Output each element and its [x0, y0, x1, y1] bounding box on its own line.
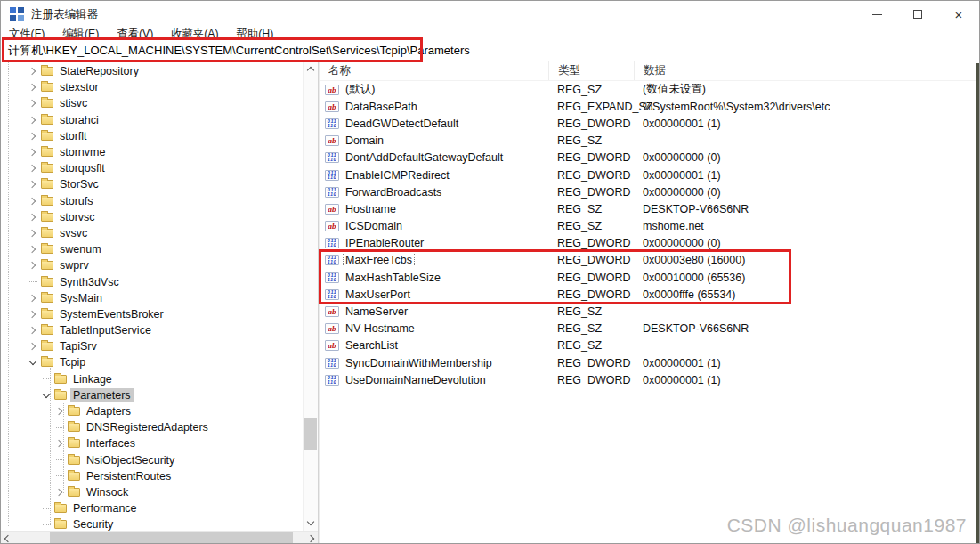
tree-item-SysMain[interactable]: SysMain: [1, 290, 303, 306]
chevron-right-icon[interactable]: [26, 85, 40, 90]
tree-item-storflt[interactable]: storflt: [1, 128, 303, 144]
scroll-up-icon[interactable]: [307, 67, 314, 74]
tree-item-storufs[interactable]: storufs: [1, 193, 303, 209]
minimize-button[interactable]: [856, 1, 897, 28]
chevron-right-icon[interactable]: [53, 409, 67, 414]
tree-item-swprv[interactable]: swprv: [1, 257, 303, 273]
chevron-right-icon[interactable]: [26, 231, 40, 236]
chevron-right-icon[interactable]: [26, 344, 40, 349]
chevron-right-icon[interactable]: [26, 150, 40, 155]
value-row-SyncDomainWithMembership[interactable]: 011110SyncDomainWithMembershipREG_DWORD0…: [320, 354, 979, 371]
tree-item-DNSRegisteredAdapters[interactable]: DNSRegisteredAdapters: [1, 419, 303, 435]
tree-item-Linkage[interactable]: Linkage: [1, 371, 303, 387]
chevron-right-icon[interactable]: [53, 441, 67, 446]
tree-item-label: stornvme: [57, 145, 108, 159]
tree-item-Parameters[interactable]: Parameters: [1, 387, 303, 403]
chevron-right-icon[interactable]: [26, 247, 40, 252]
tree-item-TabletInputService[interactable]: TabletInputService: [1, 322, 303, 338]
scroll-down-icon[interactable]: [307, 518, 314, 525]
chevron-right-icon[interactable]: [26, 312, 40, 317]
tree-item-SystemEventsBroker[interactable]: SystemEventsBroker: [1, 306, 303, 322]
tree-item-Winsock[interactable]: Winsock: [1, 484, 303, 500]
value-row-ForwardBroadcasts[interactable]: 011110ForwardBroadcastsREG_DWORD0x000000…: [320, 183, 979, 200]
chevron-right-icon[interactable]: [26, 69, 40, 74]
tree-item-label: StateRepository: [57, 64, 142, 78]
value-row-SearchList[interactable]: abSearchListREG_SZ: [320, 337, 979, 354]
chevron-right-icon[interactable]: [26, 134, 40, 139]
scroll-right-icon[interactable]: [307, 535, 314, 542]
value-row-DeadGWDetectDefault[interactable]: 011110DeadGWDetectDefaultREG_DWORD0x0000…: [320, 115, 979, 132]
tree-item-Synth3dVsc[interactable]: Synth3dVsc: [1, 273, 303, 289]
value-row-MaxHashTableSize[interactable]: 011110MaxHashTableSizeREG_DWORD0x0001000…: [320, 269, 979, 286]
value-row-DontAddDefaultGatewayDefault[interactable]: 011110DontAddDefaultGatewayDefaultREG_DW…: [320, 150, 979, 166]
column-header-name[interactable]: 名称: [320, 61, 548, 80]
tree-horizontal-scrollbar[interactable]: [1, 531, 318, 544]
chevron-right-icon[interactable]: [53, 490, 67, 495]
close-button[interactable]: ×: [938, 1, 979, 28]
value-type: REG_SZ: [548, 84, 634, 96]
chevron-down-icon[interactable]: [26, 361, 40, 364]
menu-item-3[interactable]: 收藏夹(A): [171, 27, 218, 42]
tree-item-storahci[interactable]: storahci: [1, 112, 303, 128]
value-row-NameServer[interactable]: abNameServerREG_SZ: [320, 303, 979, 320]
tree-item-stisvc[interactable]: stisvc: [1, 95, 303, 111]
value-type: REG_DWORD: [548, 169, 634, 182]
address-bar[interactable]: 计算机\HKEY_LOCAL_MACHINE\SYSTEM\CurrentCon…: [1, 41, 979, 61]
tree-item-Adapters[interactable]: Adapters: [1, 403, 303, 419]
folder-icon: [41, 294, 53, 303]
folder-icon: [41, 83, 53, 92]
value-row-UseDomainNameDevolution[interactable]: 011110UseDomainNameDevolutionREG_DWORD0x…: [320, 371, 979, 388]
chevron-right-icon[interactable]: [26, 215, 40, 220]
value-name-cell: abNV Hostname: [320, 322, 548, 335]
column-header-data[interactable]: 数据: [634, 61, 979, 80]
tree-item-Tcpip[interactable]: Tcpip: [1, 354, 303, 370]
value-row-NV Hostname[interactable]: abNV HostnameREG_SZDESKTOP-V66S6NR: [320, 321, 979, 337]
tree-item-stornvme[interactable]: stornvme: [1, 144, 303, 160]
chevron-right-icon[interactable]: [26, 263, 40, 268]
value-row-MaxFreeTcbs[interactable]: 011110MaxFreeTcbsREG_DWORD0x00003e80 (16…: [320, 252, 979, 269]
tree-item-Interfaces[interactable]: Interfaces: [1, 435, 303, 451]
chevron-right-icon[interactable]: [26, 166, 40, 171]
scrollbar-thumb[interactable]: [304, 418, 317, 450]
value-row-IPEnableRouter[interactable]: 011110IPEnableRouterREG_DWORD0x00000000 …: [320, 235, 979, 252]
tree-item-svsvc[interactable]: svsvc: [1, 225, 303, 241]
value-row-(默认)[interactable]: ab(默认)REG_SZ(数值未设置): [320, 81, 979, 98]
value-row-MaxUserPort[interactable]: 011110MaxUserPortREG_DWORD0x0000fffe (65…: [320, 286, 979, 303]
menu-item-1[interactable]: 编辑(E): [62, 27, 99, 42]
tree-item-label: TapiSrv: [57, 339, 100, 353]
reg-dword-icon: 011110: [325, 255, 339, 265]
chevron-right-icon[interactable]: [26, 101, 40, 106]
tree-vertical-scrollbar[interactable]: [303, 61, 318, 531]
menu-item-0[interactable]: 文件(F): [9, 27, 45, 42]
chevron-right-icon[interactable]: [26, 182, 40, 187]
menu-item-4[interactable]: 帮助(H): [237, 27, 274, 42]
tree-item-Performance[interactable]: Performance: [1, 500, 303, 516]
tree-item-storqosflt[interactable]: storqosflt: [1, 160, 303, 176]
chevron-down-icon[interactable]: [39, 394, 53, 397]
maximize-button[interactable]: [897, 1, 938, 28]
tree-item-storvsc[interactable]: storvsc: [1, 209, 303, 225]
value-row-Hostname[interactable]: abHostnameREG_SZDESKTOP-V66S6NR: [320, 200, 979, 217]
value-row-EnableICMPRedirect[interactable]: 011110EnableICMPRedirectREG_DWORD0x00000…: [320, 166, 979, 183]
chevron-right-icon[interactable]: [26, 118, 40, 123]
tree-item-stexstor[interactable]: stexstor: [1, 79, 303, 95]
value-name: IPEnableRouter: [344, 237, 425, 249]
value-row-ICSDomain[interactable]: abICSDomainREG_SZmshome.net: [320, 218, 979, 235]
tree-item-StorSvc[interactable]: StorSvc: [1, 176, 303, 192]
value-row-Domain[interactable]: abDomainREG_SZ: [320, 133, 979, 150]
scrollbar-thumb[interactable]: [50, 532, 293, 544]
tree-item-NsiObjectSecurity[interactable]: NsiObjectSecurity: [1, 452, 303, 468]
scroll-left-icon[interactable]: [4, 535, 12, 542]
tree-leaf-stub: [53, 427, 67, 428]
chevron-right-icon[interactable]: [26, 296, 40, 301]
tree-item-StateRepository[interactable]: StateRepository: [1, 63, 303, 79]
menu-item-2[interactable]: 查看(V): [117, 27, 153, 42]
tree-item-Security[interactable]: Security: [1, 516, 303, 531]
value-row-DataBasePath[interactable]: abDataBasePathREG_EXPAND_SZ%SystemRoot%\…: [320, 98, 979, 115]
tree-item-swenum[interactable]: swenum: [1, 241, 303, 257]
chevron-right-icon[interactable]: [26, 199, 40, 204]
tree-item-TapiSrv[interactable]: TapiSrv: [1, 338, 303, 354]
tree-item-PersistentRoutes[interactable]: PersistentRoutes: [1, 468, 303, 484]
chevron-right-icon[interactable]: [26, 328, 40, 333]
column-header-type[interactable]: 类型: [548, 61, 634, 80]
